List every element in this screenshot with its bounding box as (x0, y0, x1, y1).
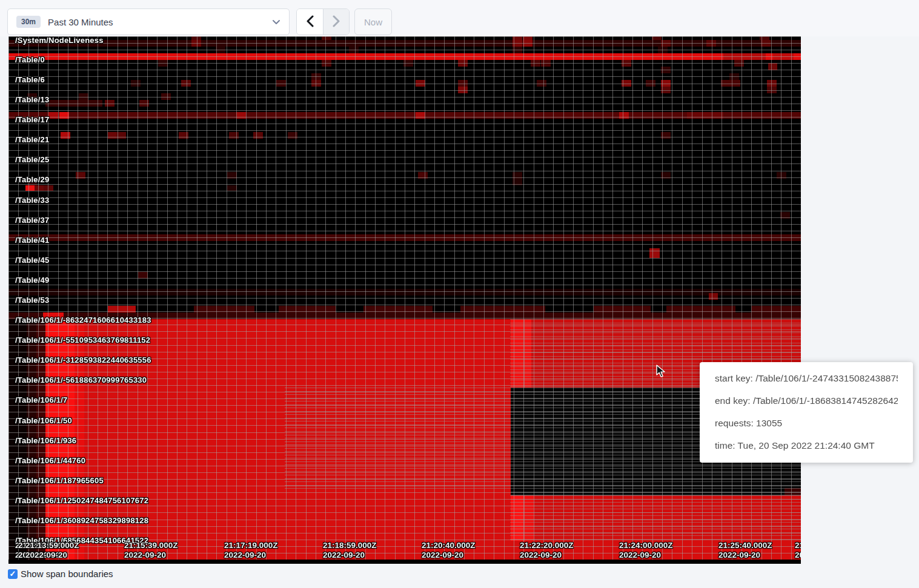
time-nav-group (296, 8, 350, 35)
chevron-left-icon (306, 15, 314, 29)
prev-time-button[interactable] (297, 9, 323, 35)
chevron-right-icon (333, 15, 340, 29)
keyspace-heatmap[interactable]: /System/NodeLiveness/Table/0/Table/6/Tab… (8, 36, 801, 564)
tooltip-line: requests: 13055 (715, 412, 898, 434)
time-range-label: Past 30 Minutes (48, 17, 272, 27)
show-span-boundaries-checkbox[interactable]: ✓ (8, 569, 18, 579)
duration-badge: 30m (16, 16, 41, 28)
keyspace-heatmap-canvas[interactable] (8, 36, 801, 564)
cell-tooltip: start key: /Table/106/1/-247433150824388… (700, 362, 913, 463)
tooltip-line: end key: /Table/106/1/-18683814745282642… (715, 389, 898, 412)
toolbar: 30m Past 30 Minutes Now (0, 0, 919, 36)
time-range-dropdown[interactable]: 30m Past 30 Minutes (7, 8, 290, 35)
show-span-boundaries-label: Show span boundaries (21, 569, 113, 579)
span-boundaries-control: ✓ Show span boundaries (8, 569, 113, 579)
chevron-down-icon (272, 16, 280, 27)
now-button[interactable]: Now (354, 8, 392, 35)
tooltip-line: start key: /Table/106/1/-247433150824388… (715, 367, 898, 389)
next-time-button[interactable] (323, 9, 349, 35)
tooltip-line: time: Tue, 20 Sep 2022 21:24:40 GMT (715, 434, 898, 457)
